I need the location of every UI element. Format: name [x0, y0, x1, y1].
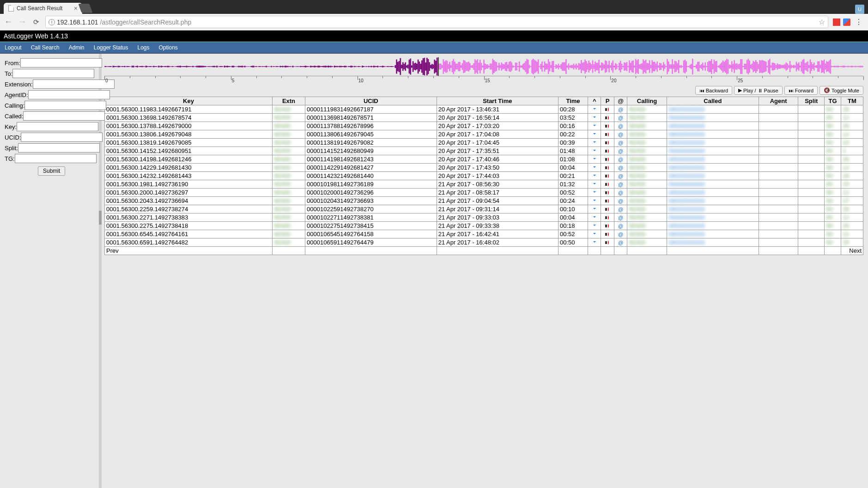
- table-row[interactable]: 0001.56300.14152.14926809515630000001141…: [105, 147, 863, 155]
- bookmark-icon[interactable]: ☆: [819, 18, 825, 26]
- table-row[interactable]: 0001.56300.2259.149273827456300000010225…: [105, 205, 863, 214]
- email-icon[interactable]: @: [614, 238, 627, 247]
- sidebar-scroll-thumb[interactable]: [99, 211, 102, 225]
- play-audio-icon[interactable]: [601, 147, 614, 155]
- close-tab-icon[interactable]: ×: [74, 5, 78, 12]
- play-audio-icon[interactable]: [601, 130, 614, 139]
- input-extension[interactable]: [33, 79, 115, 89]
- backward-button[interactable]: ⏮ Backward: [695, 86, 732, 95]
- download-icon[interactable]: [588, 105, 601, 114]
- site-info-icon[interactable]: i: [49, 19, 55, 25]
- email-icon[interactable]: @: [614, 230, 627, 238]
- waveform[interactable]: [104, 57, 863, 76]
- email-icon[interactable]: @: [614, 205, 627, 214]
- input-called[interactable]: [23, 111, 105, 121]
- nav-call-search[interactable]: Call Search: [26, 43, 64, 52]
- play-audio-icon[interactable]: [601, 155, 614, 164]
- download-icon[interactable]: [588, 130, 601, 139]
- play-audio-icon[interactable]: [601, 180, 614, 189]
- email-icon[interactable]: @: [614, 164, 627, 172]
- download-icon[interactable]: [588, 147, 601, 155]
- play-audio-icon[interactable]: [601, 189, 614, 197]
- browser-menu[interactable]: ⋮: [853, 18, 864, 26]
- nav-logout[interactable]: Logout: [0, 43, 26, 52]
- input-ucid[interactable]: [21, 133, 103, 142]
- reload-button[interactable]: ⟳: [31, 18, 41, 26]
- play-audio-icon[interactable]: [601, 114, 614, 122]
- email-icon[interactable]: @: [614, 122, 627, 130]
- browser-tab[interactable]: Call Search Result ×: [4, 3, 82, 14]
- col-header-starttime[interactable]: Start Time: [437, 97, 558, 105]
- download-icon[interactable]: [588, 139, 601, 147]
- email-icon[interactable]: @: [614, 105, 627, 114]
- input-tg[interactable]: [15, 154, 97, 163]
- email-icon[interactable]: @: [614, 139, 627, 147]
- input-agentid[interactable]: [28, 90, 110, 99]
- table-row[interactable]: 0001.56300.14229.14926814305630000001142…: [105, 164, 863, 172]
- extension-icon-2[interactable]: [843, 18, 850, 26]
- download-icon[interactable]: [588, 122, 601, 130]
- table-row[interactable]: 0001.56300.13698.14926785745630000001136…: [105, 114, 863, 122]
- col-header-agent[interactable]: Agent: [759, 97, 798, 105]
- download-icon[interactable]: [588, 222, 601, 230]
- table-row[interactable]: 0001.56300.2275.149273841856300000010227…: [105, 222, 863, 230]
- play-audio-icon[interactable]: [601, 230, 614, 238]
- table-row[interactable]: 0001.56300.6591.149276448256300000010659…: [105, 238, 863, 247]
- play-audio-icon[interactable]: [601, 222, 614, 230]
- forward-button[interactable]: ⏭ Forward: [784, 86, 818, 95]
- table-row[interactable]: 0001.56300.2043.149273669456300000010204…: [105, 197, 863, 205]
- email-icon[interactable]: @: [614, 172, 627, 180]
- email-icon[interactable]: @: [614, 114, 627, 122]
- input-from[interactable]: [20, 58, 102, 67]
- play-audio-icon[interactable]: [601, 164, 614, 172]
- play-audio-icon[interactable]: [601, 172, 614, 180]
- toggle-mute-button[interactable]: 🔇 Toggle Mute: [819, 86, 863, 95]
- play-audio-icon[interactable]: [601, 122, 614, 130]
- col-header-extn[interactable]: Extn: [272, 97, 305, 105]
- user-profile[interactable]: U: [855, 5, 864, 14]
- download-icon[interactable]: [588, 114, 601, 122]
- input-to[interactable]: [12, 69, 94, 78]
- col-header-calling[interactable]: Calling: [627, 97, 667, 105]
- col-header-split[interactable]: Split: [798, 97, 825, 105]
- download-icon[interactable]: [588, 214, 601, 222]
- email-icon[interactable]: @: [614, 155, 627, 164]
- download-icon[interactable]: [588, 205, 601, 214]
- download-icon[interactable]: [588, 164, 601, 172]
- download-icon[interactable]: [588, 172, 601, 180]
- email-icon[interactable]: @: [614, 147, 627, 155]
- table-row[interactable]: 0001.56300.1981.149273619056300000010198…: [105, 180, 863, 189]
- col-header-ucid[interactable]: UCID: [305, 97, 437, 105]
- extension-icon-1[interactable]: [833, 18, 840, 26]
- nav-options[interactable]: Options: [154, 43, 182, 52]
- play-audio-icon[interactable]: [601, 197, 614, 205]
- play-audio-icon[interactable]: [601, 205, 614, 214]
- col-header-called[interactable]: Called: [667, 97, 759, 105]
- table-row[interactable]: 0001.56300.13819.14926790855630000001138…: [105, 139, 863, 147]
- nav-logs[interactable]: Logs: [133, 43, 154, 52]
- col-header-key[interactable]: Key: [105, 97, 273, 105]
- col-header-tg[interactable]: TG: [825, 97, 841, 105]
- input-split[interactable]: [18, 143, 100, 152]
- play-audio-icon[interactable]: [601, 214, 614, 222]
- col-header-tm[interactable]: TM: [841, 97, 863, 105]
- col-header-time[interactable]: Time: [558, 97, 588, 105]
- table-row[interactable]: 0001.56300.13788.14926790005630000001137…: [105, 122, 863, 130]
- play-audio-icon[interactable]: [601, 238, 614, 247]
- email-icon[interactable]: @: [614, 222, 627, 230]
- table-row[interactable]: 0001.56300.14232.14926814435630000001142…: [105, 172, 863, 180]
- address-bar[interactable]: i 192.168.1.101/astlogger/callSearchResu…: [45, 16, 828, 28]
- email-icon[interactable]: @: [614, 214, 627, 222]
- download-icon[interactable]: [588, 189, 601, 197]
- download-icon[interactable]: [588, 230, 601, 238]
- nav-admin[interactable]: Admin: [64, 43, 89, 52]
- col-header-[interactable]: ^: [588, 97, 601, 105]
- table-row[interactable]: 0001.56300.2271.149273838356300000010227…: [105, 214, 863, 222]
- forward-button[interactable]: →: [18, 17, 27, 27]
- email-icon[interactable]: @: [614, 197, 627, 205]
- play-pause-button[interactable]: ▶ Play / ⏸ Pause: [734, 86, 783, 95]
- submit-button[interactable]: Submit: [38, 166, 65, 176]
- email-icon[interactable]: @: [614, 180, 627, 189]
- download-icon[interactable]: [588, 180, 601, 189]
- input-calling[interactable]: [24, 101, 106, 110]
